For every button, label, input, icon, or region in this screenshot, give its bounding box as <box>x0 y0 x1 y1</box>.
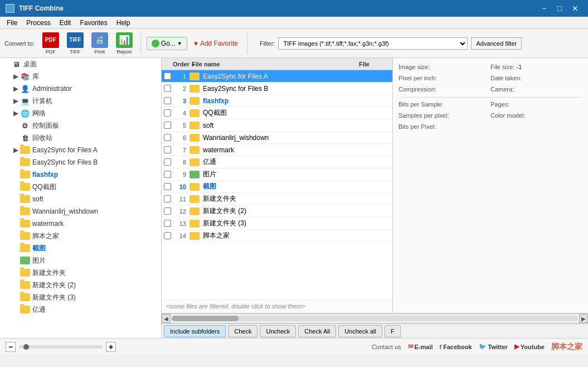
tree-item-easy2sync-a[interactable]: ▶ Easy2Sync for Files A <box>0 144 161 156</box>
table-row[interactable]: 13 新建文件夹 (3) <box>162 218 392 230</box>
report-button[interactable]: 📊 Report <box>114 31 135 56</box>
row-checkbox[interactable] <box>164 195 171 202</box>
table-row[interactable]: 11 新建文件夹 <box>162 193 392 205</box>
row-checkbox[interactable] <box>164 207 171 215</box>
row-checkbox[interactable] <box>164 183 171 190</box>
table-row[interactable]: 12 新建文件夹 (2) <box>162 205 392 218</box>
check-all-button[interactable]: Check All <box>298 325 336 337</box>
f-button[interactable]: F <box>385 325 401 337</box>
tree-item-easy2sync-b[interactable]: Easy2Sync for Files B <box>0 156 161 168</box>
pdf-button[interactable]: PDF PDF <box>40 31 61 56</box>
youtube-link[interactable]: ▶ Youtube <box>514 343 545 350</box>
zoom-thumb[interactable] <box>23 344 29 350</box>
go-button[interactable]: Go... ▼ <box>147 37 187 50</box>
table-row[interactable]: 4 QQ截图 <box>162 107 392 119</box>
menu-favorites[interactable]: Favorites <box>75 18 111 28</box>
tree-item-qqshot[interactable]: QQ截图 <box>0 181 161 193</box>
table-row[interactable]: 6 Wannianlirj_wishdown <box>162 132 392 144</box>
row-checkbox[interactable] <box>164 73 171 80</box>
menu-file[interactable]: File <box>2 18 22 28</box>
row-checkbox[interactable] <box>164 85 171 92</box>
tree-item-desktop[interactable]: 🖥 桌面 <box>0 58 161 70</box>
tree-item-yitong[interactable]: 亿通 <box>0 303 161 316</box>
row-checkbox-container[interactable] <box>162 183 173 190</box>
menu-process[interactable]: Process <box>22 18 55 28</box>
table-row[interactable]: 14 脚本之家 <box>162 230 392 242</box>
row-checkbox-container[interactable] <box>162 146 173 153</box>
tree-item-new1[interactable]: 新建文件夹 <box>0 267 161 279</box>
tree-item-computer[interactable]: ▶ 💻 计算机 <box>0 95 161 107</box>
row-checkbox[interactable] <box>164 171 171 178</box>
print-button[interactable]: 🖨 Print <box>89 31 110 56</box>
scroll-thumb[interactable] <box>172 316 239 321</box>
tree-item-jiaoben[interactable]: 脚本之家 <box>0 230 161 242</box>
check-button[interactable]: Check <box>228 325 257 337</box>
row-checkbox[interactable] <box>164 97 171 104</box>
row-checkbox-container[interactable] <box>162 109 173 117</box>
tree-item-administrator[interactable]: ▶ 👤 Administrator <box>0 83 161 95</box>
tree-item-recycle[interactable]: 🗑 回收站 <box>0 132 161 144</box>
row-checkbox[interactable] <box>164 122 171 129</box>
row-checkbox-container[interactable] <box>162 85 173 92</box>
facebook-link[interactable]: f Facebook <box>440 344 472 350</box>
table-row[interactable]: 9 图片 <box>162 168 392 181</box>
row-checkbox[interactable] <box>164 134 171 141</box>
scroll-right-arrow[interactable]: ▶ <box>579 314 588 323</box>
tree-item-soft[interactable]: soft <box>0 193 161 205</box>
tree-item-jietou[interactable]: 截图 <box>0 242 161 254</box>
close-button[interactable]: ✕ <box>568 1 582 16</box>
filter-dropdown[interactable]: TIFF images (*.tif;*.tiff;*.fax;*.g3n;*.… <box>278 37 468 50</box>
tiff-button[interactable]: TIFF TIFF <box>65 31 86 56</box>
include-subfolders-button[interactable]: Include subfolders <box>164 325 226 337</box>
row-checkbox[interactable] <box>164 158 171 166</box>
table-row[interactable]: 2 Easy2Sync for Files B <box>162 83 392 95</box>
table-row[interactable]: 1 Easy2Sync for Files A <box>162 70 392 83</box>
minimize-button[interactable]: − <box>537 1 551 16</box>
tree-item-new3[interactable]: 新建文件夹 (3) <box>0 291 161 303</box>
filter-notice[interactable]: <some files are filtered, double click t… <box>162 299 392 313</box>
menu-edit[interactable]: Edit <box>55 18 76 28</box>
row-checkbox-container[interactable] <box>162 122 173 129</box>
row-checkbox[interactable] <box>164 220 171 227</box>
row-checkbox-container[interactable] <box>162 220 173 227</box>
tree-item-new2[interactable]: 新建文件夹 (2) <box>0 279 161 291</box>
zoom-in-button[interactable]: + <box>106 342 116 352</box>
tree-item-library[interactable]: ▶ 📚 库 <box>0 70 161 83</box>
tree-item-controlpanel[interactable]: ⚙ 控制面板 <box>0 119 161 132</box>
row-checkbox[interactable] <box>164 232 171 239</box>
row-checkbox-container[interactable] <box>162 73 173 80</box>
zoom-out-button[interactable]: − <box>6 342 16 352</box>
row-checkbox-container[interactable] <box>162 97 173 104</box>
row-checkbox-container[interactable] <box>162 134 173 141</box>
row-folder-icon <box>189 195 201 203</box>
zoom-slider[interactable] <box>19 345 103 349</box>
tree-item-wannian[interactable]: Wannianlirj_wishdown <box>0 205 161 218</box>
row-checkbox-container[interactable] <box>162 195 173 202</box>
tree-item-tupian[interactable]: 图片 <box>0 254 161 267</box>
uncheck-all-button[interactable]: Uncheck all <box>338 325 382 337</box>
email-link[interactable]: ✉ E-mail <box>408 343 433 350</box>
twitter-link[interactable]: 🐦 Twitter <box>479 343 508 350</box>
row-checkbox-container[interactable] <box>162 158 173 166</box>
table-row[interactable]: 5 soft <box>162 119 392 132</box>
tree-item-network[interactable]: ▶ 🌐 网络 <box>0 107 161 119</box>
table-row[interactable]: 8 亿通 <box>162 156 392 168</box>
table-row[interactable]: 3 flashfxp <box>162 95 392 107</box>
add-favorite-button[interactable]: ♥ Add Favorite <box>191 38 241 49</box>
row-checkbox[interactable] <box>164 109 171 117</box>
table-row[interactable]: 7 watermark <box>162 144 392 156</box>
scroll-left-arrow[interactable]: ◀ <box>162 314 171 323</box>
maximize-button[interactable]: □ <box>552 1 567 16</box>
scroll-track[interactable] <box>172 316 578 321</box>
row-checkbox[interactable] <box>164 146 171 153</box>
tree-item-watermark[interactable]: watermark <box>0 218 161 230</box>
uncheck-button[interactable]: Uncheck <box>260 325 296 337</box>
menu-help[interactable]: Help <box>112 18 135 28</box>
table-row[interactable]: 10 截图 <box>162 181 392 193</box>
advanced-filter-button[interactable]: Advanced filter <box>471 37 522 50</box>
row-checkbox-container[interactable] <box>162 232 173 239</box>
row-checkbox-container[interactable] <box>162 171 173 178</box>
tree-item-flashfxp[interactable]: flashfxp <box>0 168 161 181</box>
row-checkbox-container[interactable] <box>162 207 173 215</box>
row-number: 13 <box>173 220 189 227</box>
